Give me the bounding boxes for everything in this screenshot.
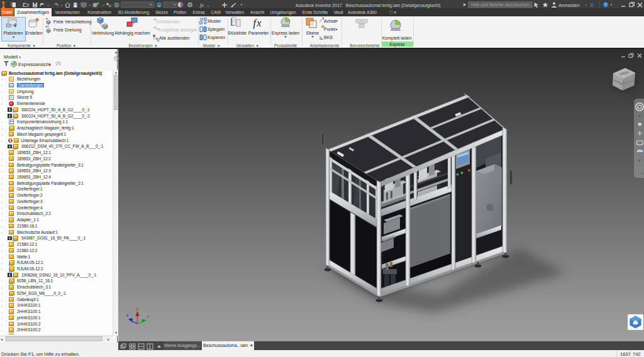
svg-text:Hilfe und Befehle durchsuchen.: Hilfe und Befehle durchsuchen... bbox=[471, 3, 533, 7]
svg-text:X: X bbox=[590, 2, 594, 8]
svg-text:Freie Verschiebung: Freie Verschiebung bbox=[53, 19, 91, 25]
svg-text:Muster: Muster bbox=[208, 19, 221, 23]
svg-text:Y: Y bbox=[136, 307, 138, 311]
svg-text:Express: Express bbox=[390, 42, 405, 47]
svg-text:Arbeitselemente: Arbeitselemente bbox=[310, 43, 340, 48]
svg-text:Freie Drehung: Freie Drehung bbox=[53, 28, 82, 33]
svg-text:Komplett laden: Komplett laden bbox=[382, 36, 412, 41]
svg-text:Stückliste: Stückliste bbox=[228, 31, 247, 35]
svg-text:Benutzerbefehle: Benutzerbefehle bbox=[350, 43, 380, 48]
svg-text:Beziehungen ▾: Beziehungen ▾ bbox=[129, 43, 158, 48]
svg-text:Autodesk Inventor 2017 Besch: Autodesk Inventor 2017 Beschussautomat f… bbox=[296, 3, 440, 8]
svg-text:BKS: BKS bbox=[324, 35, 333, 40]
svg-text:Anmelden: Anmelden bbox=[558, 3, 580, 8]
svg-text:Verbindung: Verbindung bbox=[92, 31, 114, 36]
svg-text:Alle ausblenden: Alle ausblenden bbox=[159, 36, 190, 40]
svg-text:Muster ▾: Muster ▾ bbox=[203, 43, 220, 48]
svg-text:?: ? bbox=[604, 3, 607, 7]
svg-text:Express laden: Express laden bbox=[272, 31, 299, 36]
svg-text:Ebene: Ebene bbox=[306, 31, 319, 35]
svg-text:Platzieren: Platzieren bbox=[3, 31, 23, 35]
svg-text:Parameter: Parameter bbox=[248, 31, 269, 35]
svg-text:Z: Z bbox=[126, 314, 129, 317]
svg-text:f x: f x bbox=[253, 18, 262, 29]
svg-text:X: X bbox=[147, 315, 149, 319]
svg-text:Spiegeln: Spiegeln bbox=[208, 27, 225, 32]
svg-text:Komponente ▾: Komponente ▾ bbox=[8, 43, 35, 48]
svg-text:Losgelöste anzeigen: Losgelöste anzeigen bbox=[159, 28, 197, 33]
svg-text:Produktivität: Produktivität bbox=[274, 43, 297, 48]
svg-text:Einblenden: Einblenden bbox=[159, 19, 180, 24]
svg-text:Kopieren: Kopieren bbox=[208, 35, 225, 40]
svg-text:Erstellen: Erstellen bbox=[25, 31, 42, 35]
svg-text:Position ▾: Position ▾ bbox=[57, 43, 76, 48]
svg-text:Abhängig machen: Abhängig machen bbox=[114, 31, 150, 36]
svg-text:Verwalten ▾: Verwalten ▾ bbox=[236, 43, 258, 48]
svg-text:fx: fx bbox=[200, 3, 204, 8]
